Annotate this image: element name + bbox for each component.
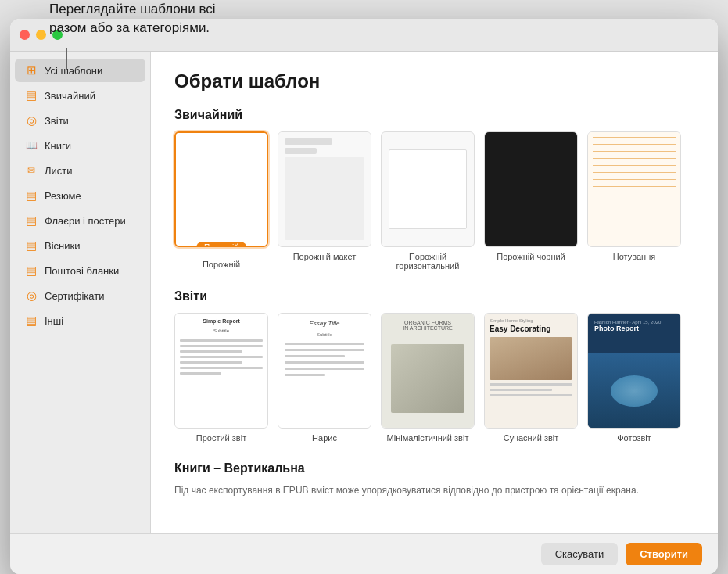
note-line8 [593,186,676,187]
section-books-title: Книги – Вертикальна [174,461,694,475]
sidebar-item-certs[interactable]: ◎ Сертифікати [15,284,145,307]
e-line6 [285,374,325,376]
dec-lines [490,383,572,398]
essay-visual: Essay Title Subtitle [278,314,371,428]
note-line2 [593,144,676,145]
template-simple-report-thumb: Simple Report Subtitle [174,313,268,429]
page-title: Обрати шаблон [174,70,694,92]
template-photo-report-thumb: Fashion Planner · April 15, 2020 Photo R… [587,313,681,429]
template-blank-layout[interactable]: Порожній макет [278,131,371,271]
template-blank-layout-thumb [278,131,371,247]
flyers-icon: ▤ [24,213,38,228]
dec-line2 [490,389,552,391]
sidebar-item-letters[interactable]: ✉ Листи [15,159,145,182]
sidebar-item-plain[interactable]: ▤ Звичайний [15,84,145,107]
dec-line1 [490,383,572,386]
sidebar-item-misc[interactable]: ▤ Інші [15,309,145,332]
template-notes[interactable]: Нотування [587,131,681,271]
all-icon: ⊞ [24,63,38,77]
reports-templates-row: Simple Report Subtitle [174,313,694,443]
template-blank[interactable]: Порожній Порожній [174,131,268,271]
template-blank-horiz-label: Порожній горизонтальний [381,252,475,271]
sidebar-label-flyers: Флаєри і постери [45,215,126,227]
sidebar-label-plain: Звичайний [45,90,95,102]
sr-line6 [180,367,263,369]
main-content: Обрати шаблон Звичайний Порожній Порожні… [151,52,718,533]
template-modern-report[interactable]: Simple Home Styling Easy Decorating [484,313,578,443]
sidebar-item-stationery[interactable]: ▤ Поштові бланки [15,259,145,282]
dec-header: Simple Home Styling [490,318,572,323]
template-minimal-report[interactable]: ORGANIC FORMSIN ARCHITECTURE Мінімалісти… [381,313,475,443]
template-blank-horiz[interactable]: Порожній горизонтальний [381,131,475,271]
section-plain-title: Звичайний [174,108,694,122]
close-button[interactable] [20,30,30,40]
photo-title: Photo Report [594,325,674,332]
sidebar-item-reports[interactable]: ◎ Звіти [15,109,145,132]
newsletters-icon: ▤ [24,239,38,253]
essay-title: Essay Title [285,320,364,327]
e-line4 [285,361,364,364]
blank-horiz-visual [382,132,474,246]
e-line3 [285,355,345,357]
template-essay[interactable]: Essay Title Subtitle Н [278,313,371,443]
sidebar-item-flyers[interactable]: ▤ Флаєри і постери [15,209,145,232]
minimize-button[interactable] [36,30,46,40]
sidebar-label-resume: Резюме [45,190,81,202]
template-blank-black-thumb [484,131,578,247]
template-blank-black-label: Порожній чорний [497,252,565,261]
template-blank-horiz-thumb [381,131,475,247]
photo-header: Fashion Planner · April 15, 2020 Photo R… [594,320,674,332]
sr-line5 [180,361,242,364]
section-reports: Звіти Simple Report Subtitle [174,289,694,443]
sidebar-label-stationery: Поштові бланки [45,265,119,277]
essay-subtitle: Subtitle [285,332,364,337]
template-photo-report[interactable]: Fashion Planner · April 15, 2020 Photo R… [587,313,681,443]
template-blank-black[interactable]: Порожній чорний [484,131,578,271]
blank-layout-visual [278,132,371,246]
sidebar-label-reports: Звіти [45,115,69,127]
photo-fish [611,375,658,407]
blank-visual [176,133,267,246]
cancel-button[interactable]: Скасувати [541,543,619,565]
arch-text: ORGANIC FORMSIN ARCHITECTURE [388,320,468,331]
sr-line3 [180,350,242,353]
note-line4 [593,158,676,159]
plain-templates-row: Порожній Порожній [174,131,694,271]
sidebar-label-all: Усі шаблони [45,65,102,77]
sr-line4 [180,356,263,358]
notes-visual [588,132,680,246]
dec-title: Easy Decorating [490,325,572,334]
layout-content [285,157,364,240]
template-minimal-report-label: Мінімалістичний звіт [387,433,469,443]
sidebar-item-all[interactable]: ⊞ Усі шаблони [15,59,145,82]
template-modern-report-label: Сучасний звіт [504,433,559,443]
letters-icon: ✉ [24,163,38,178]
sr-line7 [180,372,221,375]
sidebar: ⊞ Усі шаблони ▤ Звичайний ◎ Звіти 📖 Книг… [10,52,151,533]
selected-badge: Порожній [196,242,246,247]
sidebar-item-newsletters[interactable]: ▤ Вісники [15,234,145,257]
sidebar-label-newsletters: Вісники [45,240,80,252]
misc-icon: ▤ [24,314,38,328]
template-notes-label: Нотування [613,252,655,261]
certs-icon: ◎ [24,289,38,303]
template-essay-thumb: Essay Title Subtitle [278,313,371,429]
e-line1 [285,343,364,345]
sidebar-item-resume[interactable]: ▤ Резюме [15,184,145,207]
sidebar-item-books[interactable]: 📖 Книги [15,134,145,157]
template-blank-thumb: Порожній [174,131,268,247]
template-simple-report[interactable]: Simple Report Subtitle [174,313,268,443]
sr-line1 [180,339,263,342]
app-window: ⊞ Усі шаблони ▤ Звичайний ◎ Звіти 📖 Книг… [10,19,718,574]
template-notes-thumb [587,131,681,247]
horiz-rect [389,149,467,229]
create-button[interactable]: Створити [626,543,702,565]
sidebar-label-misc: Інші [45,315,63,327]
section-books-subtitle: Під час експортування в EPUB вміст може … [174,485,694,496]
resume-icon: ▤ [24,188,38,203]
arch-img [391,344,464,413]
sidebar-label-letters: Листи [45,165,73,177]
bottom-bar: Скасувати Створити [10,533,718,574]
reports-icon: ◎ [24,113,38,127]
sidebar-label-certs: Сертифікати [45,290,105,302]
